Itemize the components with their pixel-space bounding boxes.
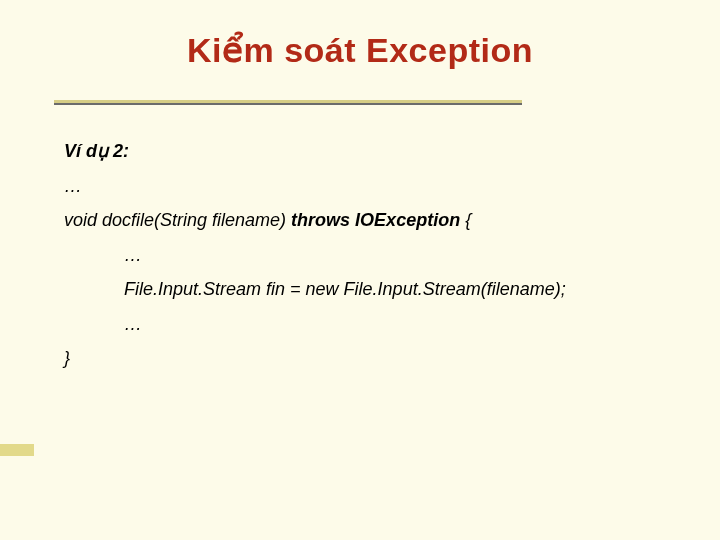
ellipsis-mid: … — [64, 244, 680, 267]
slide: Kiểm soát Exception Ví dụ 2: … void docf… — [0, 0, 720, 540]
ellipsis-mid2: … — [64, 313, 680, 336]
sig-throws: throws IOException — [291, 210, 460, 230]
content-block: Ví dụ 2: … void docfile(String filename)… — [64, 140, 680, 382]
code-line: File.Input.Stream fin = new File.Input.S… — [64, 278, 680, 301]
sig-prefix: void docfile(String filename) — [64, 210, 291, 230]
sig-suffix: { — [460, 210, 471, 230]
close-brace: } — [64, 347, 680, 370]
example-label: Ví dụ 2: — [64, 140, 680, 163]
method-signature: void docfile(String filename) throws IOE… — [64, 209, 680, 232]
divider-dark — [54, 103, 522, 105]
accent-tab — [0, 444, 34, 456]
ellipsis-top: … — [64, 175, 680, 198]
slide-title: Kiểm soát Exception — [0, 30, 720, 70]
